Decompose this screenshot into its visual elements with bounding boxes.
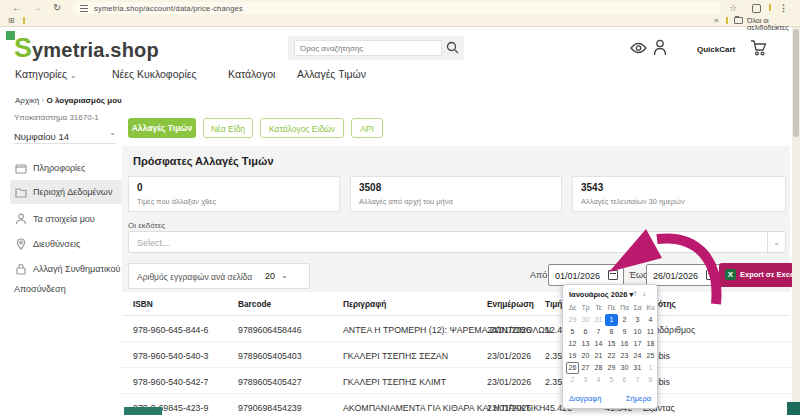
table-row[interactable]: 978-960-540-540-39789605405403ΓΚΑΛΕΡΙ ΤΣ…: [122, 342, 790, 368]
calendar-day[interactable]: 13: [579, 338, 592, 350]
branch-select[interactable]: Νυμφαίου 14 ⌄: [14, 126, 116, 144]
calendar-day[interactable]: 19: [566, 350, 579, 362]
calendar-day[interactable]: 30: [579, 314, 592, 326]
calendar-icon[interactable]: [706, 270, 716, 280]
nav-price-changes[interactable]: Αλλαγές Τιμών: [297, 68, 366, 80]
calendar-day[interactable]: 6: [579, 326, 592, 338]
browser-reload-icon[interactable]: ↻: [53, 2, 61, 13]
chevron-down-icon: ⌄: [70, 71, 77, 80]
sidebar-item-my-details[interactable]: Τα στοιχεία μου: [10, 207, 122, 231]
calendar-day[interactable]: 31: [592, 314, 605, 326]
chat-widget-button[interactable]: [787, 402, 800, 415]
sidebar-logout[interactable]: Αποσύνδεση: [14, 284, 66, 294]
calendar-next-icon[interactable]: ↓: [642, 289, 651, 298]
site-logo[interactable]: Symetria.shop: [14, 33, 159, 64]
calendar-day[interactable]: 18: [644, 338, 657, 350]
calendar-day[interactable]: 10: [631, 326, 644, 338]
calendar-day[interactable]: 8: [644, 374, 657, 386]
tab-item-catalog[interactable]: Κατάλογος Ειδών: [260, 118, 344, 138]
calendar-day[interactable]: 12: [566, 338, 579, 350]
calendar-day[interactable]: 7: [592, 326, 605, 338]
calendar-day[interactable]: 25: [644, 350, 657, 362]
sidebar-item-addresses[interactable]: Διευθύνσεις: [10, 232, 122, 256]
per-page-control[interactable]: Αριθμός εγγραφών ανά σελίδα 20 ⌄: [128, 263, 310, 289]
table-row[interactable]: 978-960-540-542-79789605405427ΓΚΑΛΕΡΙ ΤΣ…: [122, 368, 790, 394]
date-to-input[interactable]: 26/01/2026: [646, 264, 722, 286]
calendar-icon[interactable]: [608, 270, 618, 280]
table-row[interactable]: 978-960-645-844-69789606458446ΑΝΤΕΑ Η ΤΡ…: [122, 316, 790, 342]
tab-api[interactable]: API: [351, 118, 383, 138]
calendar-clear-link[interactable]: Διαγραφή: [569, 394, 601, 403]
nav-new-releases[interactable]: Νέες Κυκλοφορίες: [112, 68, 197, 80]
date-from-input[interactable]: 01/01/2026: [548, 264, 624, 286]
calendar-day[interactable]: 17: [631, 338, 644, 350]
search-icon[interactable]: [446, 41, 459, 54]
nav-categories[interactable]: Κατηγορίες ⌄: [15, 68, 77, 80]
calendar-day[interactable]: 6: [618, 374, 631, 386]
nav-catalogs[interactable]: Κατάλογοι: [228, 68, 275, 80]
calendar-day[interactable]: 29: [566, 314, 579, 326]
browser-back-icon[interactable]: ←: [12, 2, 22, 13]
calendar-today-link[interactable]: Σήμερα: [626, 394, 651, 403]
calendar-day[interactable]: 30: [618, 362, 631, 374]
calendar-day[interactable]: 11: [644, 326, 657, 338]
calendar-prev-icon[interactable]: ↑: [633, 289, 642, 298]
calendar-day[interactable]: 8: [605, 326, 618, 338]
apps-grid-icon[interactable]: ⊞: [8, 16, 15, 25]
bookmarks-overflow-icon[interactable]: »: [714, 16, 718, 25]
site-settings-icon[interactable]: [80, 5, 88, 12]
bookmark-favicon[interactable]: [726, 17, 728, 24]
calendar-day[interactable]: 9: [618, 326, 631, 338]
account-icon[interactable]: [653, 39, 667, 56]
calendar-day[interactable]: 24: [631, 350, 644, 362]
bookmarks-folder-icon[interactable]: [734, 17, 743, 24]
calendar-day[interactable]: 26: [566, 362, 579, 374]
calendar-day[interactable]: 7: [631, 374, 644, 386]
quickcart-button[interactable]: QuickCart: [697, 45, 735, 54]
calendar-day[interactable]: 3: [631, 314, 644, 326]
calendar-day[interactable]: 4: [644, 314, 657, 326]
extension-icon[interactable]: [752, 4, 761, 13]
select-placeholder: Select...: [137, 238, 170, 248]
stat-value: 3543: [581, 182, 603, 193]
calendar-day[interactable]: 28: [592, 362, 605, 374]
calendar-day[interactable]: 27: [579, 362, 592, 374]
calendar-day[interactable]: 1: [644, 362, 657, 374]
tab-new-items[interactable]: Νέα Είδη: [203, 118, 253, 138]
calendar-day[interactable]: 3: [579, 374, 592, 386]
calendar-day[interactable]: 2: [618, 314, 631, 326]
calendar-day[interactable]: 29: [605, 362, 618, 374]
col-updated: Ενημέρωση: [487, 299, 534, 309]
scrollbar-thumb[interactable]: [793, 29, 799, 137]
calendar-day[interactable]: 2: [566, 374, 579, 386]
calendar-day[interactable]: 20: [579, 350, 592, 362]
calendar-day[interactable]: 16: [618, 338, 631, 350]
browser-forward-icon[interactable]: →: [32, 2, 42, 13]
calendar-month-selector[interactable]: Ιανουάριος 2026 ▾: [569, 290, 633, 299]
calendar-day[interactable]: 5: [566, 326, 579, 338]
search-input[interactable]: [294, 40, 442, 56]
cart-icon[interactable]: [750, 40, 767, 56]
calendar-day[interactable]: 4: [592, 374, 605, 386]
table-row[interactable]: 979-0-69845-423-99790698454239ΑΚΟΜΠΑΝΙΑΜ…: [122, 394, 790, 415]
calendar-day[interactable]: 22: [605, 350, 618, 362]
bookmark-star-icon[interactable]: ☆: [729, 3, 737, 13]
calendar-day[interactable]: 21: [592, 350, 605, 362]
calendar-day[interactable]: 5: [605, 374, 618, 386]
calendar-day[interactable]: 1: [605, 314, 618, 326]
bookmark-favicon[interactable]: [23, 17, 25, 24]
calendar-day[interactable]: 15: [605, 338, 618, 350]
tab-price-changes[interactable]: Αλλαγές Τιμών: [128, 118, 196, 138]
breadcrumb-home[interactable]: Αρχική: [15, 96, 39, 105]
sidebar-item-info[interactable]: Πληροφορίες: [10, 156, 122, 180]
eye-icon[interactable]: [630, 42, 647, 54]
calendar-day[interactable]: 23: [618, 350, 631, 362]
export-excel-button[interactable]: X Export σε Excel: [719, 263, 798, 287]
cell-date: 24/01/2026: [487, 325, 531, 335]
sidebar-item-change-password[interactable]: Αλλαγή Συνθηματικού: [10, 257, 122, 281]
calendar-day[interactable]: 31: [631, 362, 644, 374]
sidebar-item-data-area[interactable]: Περιοχή Δεδομένων: [10, 180, 122, 204]
calendar-day[interactable]: 14: [592, 338, 605, 350]
browser-menu-icon[interactable]: ⋮: [779, 3, 788, 13]
publishers-select[interactable]: Select... ⌄: [128, 231, 786, 253]
